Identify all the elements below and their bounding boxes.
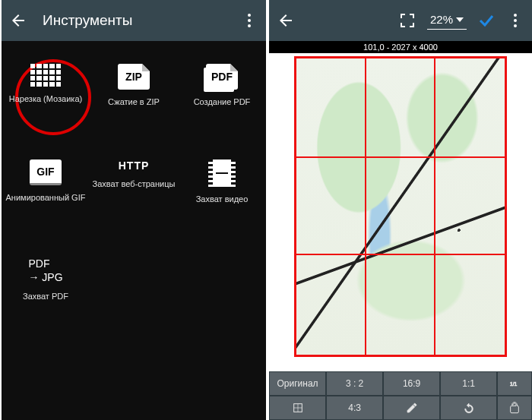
tool-label: Анимированный GIF: [6, 193, 86, 202]
edit-button[interactable]: [384, 396, 439, 419]
tool-label: Захват видео: [196, 194, 249, 204]
grid-icon: [292, 402, 304, 414]
chevron-down-icon: [456, 17, 464, 22]
pdfjpg-line2: → JPG: [28, 270, 62, 284]
one-to-one-icon: 1/1: [508, 377, 521, 390]
pdf-to-jpg-icon: PDF → JPG: [28, 257, 62, 284]
svg-text:1/1: 1/1: [510, 381, 518, 387]
back-icon[interactable]: [277, 11, 295, 30]
svg-point-1: [248, 19, 251, 22]
fullscreen-icon[interactable]: [398, 11, 416, 30]
dimensions-readout: 101,0 - 2027 x 4000: [269, 41, 532, 53]
tool-zip[interactable]: ZIP Сжатие в ZIP: [90, 64, 178, 106]
svg-point-0: [248, 14, 251, 17]
ratio-1-1[interactable]: 1:1: [441, 372, 496, 395]
confirm-icon[interactable]: [477, 11, 496, 30]
tool-label: Захват веб-страницы: [93, 179, 176, 188]
rotate-icon: [463, 402, 475, 414]
tool-pdf[interactable]: PDF Создание PDF: [178, 64, 266, 106]
ratio-3-2[interactable]: 3 : 2: [327, 372, 382, 395]
tool-label: Сжатие в ZIP: [108, 97, 160, 106]
svg-point-3: [514, 14, 517, 17]
http-icon: HTTP: [119, 159, 150, 172]
toolbar-right: 22%: [269, 0, 532, 41]
back-icon[interactable]: [9, 11, 27, 30]
zoom-dropdown[interactable]: 22%: [427, 11, 467, 30]
film-icon: [208, 159, 236, 187]
tool-video[interactable]: Захват видео: [178, 159, 266, 204]
grid-size-button[interactable]: [270, 396, 325, 419]
lock-open-icon: [508, 402, 521, 414]
tool-mosaic[interactable]: Нарезка (Мозаика): [2, 64, 90, 106]
ratio-4-3[interactable]: 4:3: [327, 396, 382, 419]
ratio-toolbar: Оригинал 3 : 2 16:9 1:1 1/1 4:3: [269, 371, 532, 420]
gif-icon: GIF: [30, 159, 62, 185]
pdfjpg-line1: PDF: [28, 257, 62, 270]
editor-body: 101,0 - 2027 x 4000: [269, 41, 532, 371]
toolbar-left: Инструменты: [2, 0, 266, 41]
rotate-button[interactable]: [441, 396, 496, 419]
ratio-original[interactable]: Оригинал: [270, 372, 325, 395]
zoom-value: 22%: [430, 13, 453, 26]
svg-point-4: [514, 19, 517, 22]
ratio-16-9[interactable]: 16:9: [384, 372, 439, 395]
tool-pdf-capture[interactable]: PDF → JPG Захват PDF: [2, 257, 90, 301]
tool-label: Нарезка (Мозаика): [9, 94, 82, 103]
lock-button[interactable]: [498, 396, 531, 419]
tool-gif[interactable]: GIF Анимированный GIF: [2, 159, 90, 204]
tool-label: Создание PDF: [194, 97, 251, 106]
zip-icon: ZIP: [118, 64, 150, 90]
crop-screen: 22% 101,0 - 2027 x 4000 Оригинал 3 : 2 1…: [269, 0, 532, 420]
page-title: Инструменты: [43, 12, 240, 29]
mosaic-icon: [30, 64, 61, 87]
tool-http[interactable]: HTTP Захват веб-страницы: [90, 159, 178, 204]
one-to-one-button[interactable]: 1/1: [498, 372, 531, 395]
svg-point-2: [248, 24, 251, 27]
overflow-menu-icon[interactable]: [506, 11, 524, 30]
tool-label: Захват PDF: [23, 292, 68, 301]
pdf-icon: PDF: [206, 64, 238, 90]
overflow-menu-icon[interactable]: [240, 11, 258, 30]
canvas-area[interactable]: [269, 53, 532, 371]
edit-icon: [406, 402, 418, 414]
tools-screen: Инструменты Нарезка (Мозаика) ZIP Сжатие…: [2, 0, 266, 420]
svg-point-5: [514, 24, 517, 27]
tools-grid: Нарезка (Мозаика) ZIP Сжатие в ZIP PDF С…: [2, 41, 266, 301]
map-image-with-grid[interactable]: [294, 56, 507, 357]
